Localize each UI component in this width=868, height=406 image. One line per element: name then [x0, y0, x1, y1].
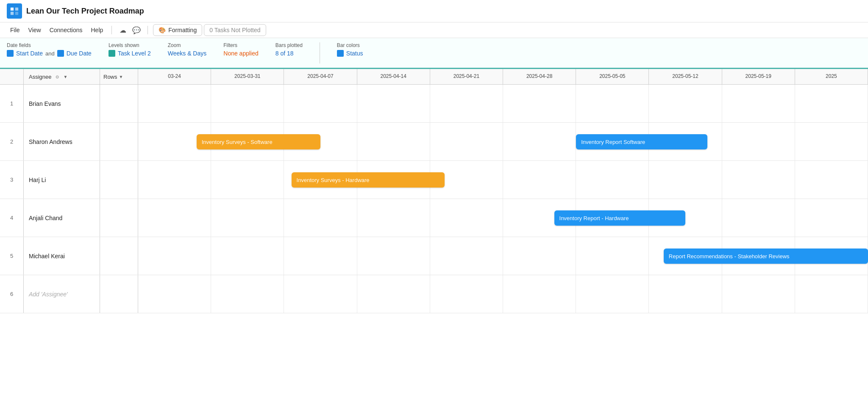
timeline-cells-5: [138, 275, 868, 313]
gantt-container: Assignee ⊙ ▼ Rows ▼ 03-242025-03-312025-…: [0, 69, 868, 401]
row-num-1: 2: [0, 123, 24, 160]
rows-header[interactable]: Rows ▼: [100, 69, 138, 84]
filters-value[interactable]: None applied: [223, 50, 259, 57]
svg-rect-0: [11, 8, 14, 11]
assignee-cell-1: Sharon Andrews: [24, 123, 100, 160]
assignee-cell-3: Anjali Chand: [24, 199, 100, 237]
row-num-3: 4: [0, 199, 24, 237]
bar-colors-value[interactable]: Status: [337, 50, 363, 57]
timeline-cell-0-9: [795, 85, 868, 122]
task-bar-4-0[interactable]: Report Recommendations - Stakeholder Rev…: [664, 249, 868, 264]
assignee-header[interactable]: Assignee ⊙ ▼: [24, 69, 100, 84]
timeline-cell-3-8: [722, 199, 795, 237]
formatting-button[interactable]: 🎨 Formatting: [153, 24, 202, 36]
timeline-cell-4-1: [211, 237, 284, 275]
timeline-cell-5-1: [211, 275, 284, 313]
bars-plotted-text: 8 of 18: [275, 50, 294, 57]
timeline-cell-3-3: [357, 199, 430, 237]
menu-connections[interactable]: Connections: [46, 25, 86, 35]
row-num-header: [0, 69, 24, 84]
levels-group: Levels shown Task Level 2: [108, 42, 151, 57]
menu-help[interactable]: Help: [87, 25, 106, 35]
timeline-cell-2-7: [649, 161, 722, 199]
date-fields-label: Date fields: [7, 42, 92, 48]
week-header-8: 2025-05-19: [722, 69, 795, 84]
bar-colors-icon: [337, 50, 344, 57]
tasks-not-plotted-badge: 0 Tasks Not Plotted: [204, 24, 266, 36]
timeline-cell-3-0: [138, 199, 211, 237]
timeline-cell-5-2: [284, 275, 357, 313]
date-fields-group: Date fields Start Date and Due Date: [7, 42, 92, 57]
timeline-cell-4-3: [357, 237, 430, 275]
levels-value[interactable]: Task Level 2: [108, 50, 151, 57]
assignee-cell-5[interactable]: Add 'Assignee': [24, 275, 100, 313]
task-bar-3-0[interactable]: Inventory Report - Hardware: [554, 210, 686, 226]
timeline-cell-3-1: [211, 199, 284, 237]
timeline-cell-3-9: [795, 199, 868, 237]
rows-cell-2: [100, 161, 138, 199]
menu-divider-1: [111, 26, 112, 34]
filters-text: None applied: [223, 50, 259, 57]
timeline-cells-3: Inventory Report - Hardware: [138, 199, 868, 237]
timeline-cell-0-1: [211, 85, 284, 122]
bar-colors-group: Bar colors Status: [337, 42, 363, 57]
timeline-cells-2: Inventory Surveys - Hardware: [138, 161, 868, 199]
chat-icon-btn[interactable]: 💬: [131, 24, 142, 36]
rows-dropdown-icon: ▼: [119, 75, 123, 79]
timeline-cell-2-1: [211, 161, 284, 199]
task-bar-1-0[interactable]: Inventory Surveys - Software: [197, 134, 321, 149]
bars-plotted-value[interactable]: 8 of 18: [275, 50, 303, 57]
levels-label: Levels shown: [108, 42, 151, 48]
timeline-cell-1-9: [795, 123, 868, 160]
gantt-row: 2Sharon AndrewsInventory Surveys - Softw…: [0, 123, 868, 161]
timeline-cell-0-8: [722, 85, 795, 122]
menu-view[interactable]: View: [25, 25, 45, 35]
start-date-icon: [7, 50, 14, 57]
gantt-row: 5Michael KeraiReport Recommendations - S…: [0, 237, 868, 275]
zoom-value[interactable]: Weeks & Days: [168, 50, 207, 57]
zoom-group: Zoom Weeks & Days: [168, 42, 207, 57]
due-date-icon: [57, 50, 64, 57]
task-bar-1-1[interactable]: Inventory Report Software: [576, 134, 707, 149]
timeline-cell-0-6: [576, 85, 649, 122]
svg-rect-3: [15, 12, 18, 15]
timeline-cell-4-2: [284, 237, 357, 275]
svg-rect-2: [11, 12, 14, 15]
cloud-icon-btn[interactable]: ☁: [117, 24, 129, 36]
timeline-cell-4-4: [430, 237, 503, 275]
rows-cell-4: [100, 237, 138, 275]
week-header-3: 2025-04-14: [357, 69, 430, 84]
app-logo: [7, 3, 22, 19]
timeline-header: 03-242025-03-312025-04-072025-04-142025-…: [138, 69, 868, 84]
rows-col-label: Rows: [103, 74, 117, 80]
assignee-cell-2: Harj Li: [24, 161, 100, 199]
timeline-cell-1-5: [503, 123, 576, 160]
week-header-6: 2025-05-05: [576, 69, 649, 84]
date-fields-value[interactable]: Start Date and Due Date: [7, 50, 92, 57]
timeline-cell-5-8: [722, 275, 795, 313]
menu-bar: File View Connections Help ☁ 💬 🎨 Formatt…: [0, 22, 868, 38]
sort-icon: ⊙: [54, 73, 61, 80]
timeline-cell-5-7: [649, 275, 722, 313]
menu-file[interactable]: File: [7, 25, 23, 35]
bars-plotted-label: Bars plotted: [275, 42, 303, 48]
week-header-9: 2025: [795, 69, 868, 84]
start-date-text: Start Date: [16, 50, 43, 57]
timeline-cell-3-4: [430, 199, 503, 237]
timeline-cell-5-4: [430, 275, 503, 313]
bar-colors-text: Status: [346, 50, 363, 57]
timeline-cell-2-8: [722, 161, 795, 199]
dropdown-arrow-icon: ▼: [63, 75, 67, 79]
timeline-cell-5-0: [138, 275, 211, 313]
timeline-cells-4: Report Recommendations - Stakeholder Rev…: [138, 237, 868, 275]
week-header-0: 03-24: [138, 69, 211, 84]
assignee-col-label: Assignee: [29, 74, 51, 80]
toolbar: Date fields Start Date and Due Date Leve…: [0, 38, 868, 69]
timeline-cell-5-3: [357, 275, 430, 313]
bar-colors-divider: [320, 42, 320, 64]
timeline-cell-1-3: [357, 123, 430, 160]
formatting-label: Formatting: [168, 27, 197, 33]
timeline-cell-4-5: [503, 237, 576, 275]
timeline-cell-1-4: [430, 123, 503, 160]
task-bar-2-0[interactable]: Inventory Surveys - Hardware: [292, 172, 445, 188]
